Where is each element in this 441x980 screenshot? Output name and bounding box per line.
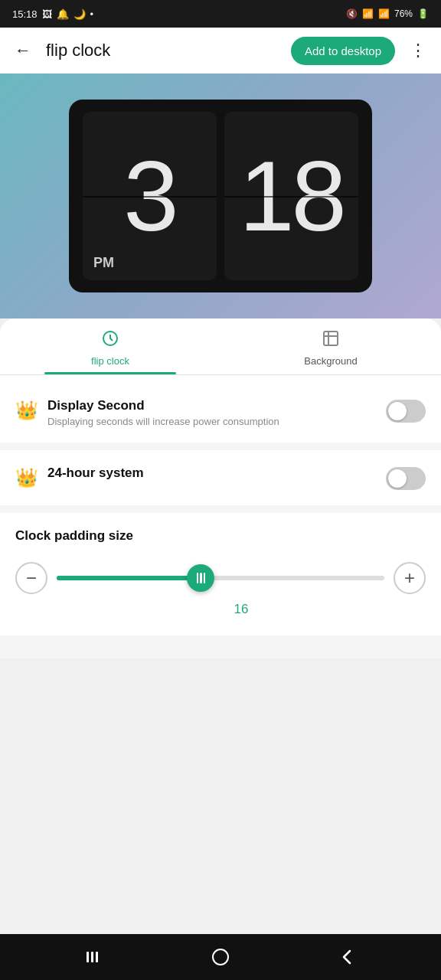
clock-icon [101,329,119,352]
top-bar: ← flip clock Add to desktop ⋮ [0,28,441,74]
minutes-block: 18 [224,112,358,280]
back-button[interactable]: ← [9,37,37,64]
settings-content: 👑 Display Second Displaying seconds will… [0,383,441,658]
back-nav-button[interactable] [328,942,366,972]
tab-flip-clock-label: flip clock [91,355,129,367]
svg-rect-4 [87,952,89,962]
bottom-nav [0,934,441,980]
svg-point-7 [213,949,228,965]
svg-rect-6 [96,952,98,962]
slider-handle[interactable] [187,564,214,592]
hour-block: 3 PM [83,112,217,280]
display-second-title: Display Second [47,398,279,413]
display-second-subtitle: Displaying seconds will increase power c… [47,416,279,427]
display-second-card: 👑 Display Second Displaying seconds will… [0,383,441,443]
page-title: flip clock [46,41,282,60]
slider-bar-1 [197,573,199,583]
tab-active-indicator [44,372,177,374]
flip-clock-widget: 3 PM 18 [69,100,372,292]
more-options-button[interactable]: ⋮ [404,37,432,64]
hour24-left: 👑 24-hour system [15,466,377,488]
recent-apps-button[interactable] [75,942,113,972]
hour24-toggle-thumb [388,469,407,488]
slider-increase-button[interactable]: + [394,562,426,594]
display-second-row: 👑 Display Second Displaying seconds will… [15,398,426,427]
dot-indicator: • [90,8,94,20]
signal-icon: 📶 [378,8,390,19]
add-to-desktop-button[interactable]: Add to desktop [291,37,395,65]
slider-bar-2 [200,573,202,583]
display-second-toggle-thumb [388,402,407,420]
slider-handle-bars [197,573,206,583]
tab-background-label: Background [304,355,357,367]
display-second-toggle[interactable] [386,400,426,423]
slider-value: 16 [57,602,426,617]
clock-padding-card: Clock padding size − + [0,513,441,635]
svg-rect-1 [324,332,338,345]
status-time: 15:18 [12,8,38,20]
period-label: PM [93,255,114,271]
display-second-text: Display Second Displaying seconds will i… [47,398,279,427]
tab-background[interactable]: Background [220,318,441,374]
slider-fill [57,576,201,580]
status-right: 🔇 📶 📶 76% 🔋 [346,8,429,19]
display-second-left: 👑 Display Second Displaying seconds will… [15,398,377,427]
slider-decrease-button[interactable]: − [15,562,47,594]
notification-icon: 🔔 [57,8,69,20]
slider-track[interactable] [57,576,384,580]
battery-icon: 🔋 [417,8,429,19]
status-bar: 15:18 🖼 🔔 🌙 • 🔇 📶 📶 76% 🔋 [0,0,441,28]
photo-icon: 🖼 [42,8,52,20]
hour24-card: 👑 24-hour system [0,450,441,505]
minutes-digit: 18 [239,146,344,246]
main-content: 3 PM 18 flip clock [0,74,441,934]
tab-section: flip clock Background [0,318,441,658]
slider-bar-3 [204,573,206,583]
slider-row: − + [15,562,426,594]
clock-padding-title: Clock padding size [15,528,426,544]
moon-icon: 🌙 [74,8,86,20]
status-left: 15:18 🖼 🔔 🌙 • [12,8,93,20]
hour-digit: 3 [123,146,175,246]
hour24-emoji: 👑 [15,467,38,488]
display-second-emoji: 👑 [15,400,38,421]
battery-percent: 76% [394,8,413,19]
tabs-bar: flip clock Background [0,318,441,375]
background-icon [322,329,340,352]
preview-area: 3 PM 18 [0,74,441,318]
mute-icon: 🔇 [346,8,358,19]
hour24-row: 👑 24-hour system [15,466,426,490]
home-button[interactable] [201,942,240,972]
hour24-title: 24-hour system [47,466,144,481]
svg-rect-5 [91,952,93,962]
wifi-icon: 📶 [362,8,374,19]
tab-flip-clock[interactable]: flip clock [0,318,220,374]
hour24-toggle[interactable] [386,467,426,490]
